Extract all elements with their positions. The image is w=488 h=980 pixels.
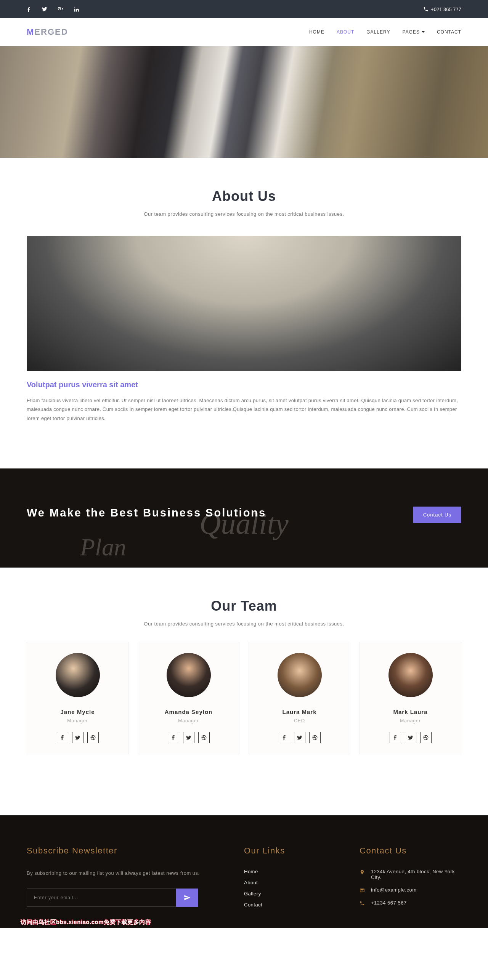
top-phone: +021 365 777 bbox=[423, 6, 461, 12]
top-bar: +021 365 777 bbox=[0, 0, 488, 18]
twitter-icon[interactable] bbox=[72, 732, 83, 743]
watermark: 访问由鸟社区bbs.xieniao.com免费下载更多内容 bbox=[21, 919, 151, 926]
avatar bbox=[56, 653, 100, 697]
nav-pages[interactable]: PAGES bbox=[402, 29, 424, 35]
envelope-icon bbox=[360, 888, 365, 893]
cta-band: We Make the Best Business Solutions Cont… bbox=[0, 468, 488, 568]
footer-link-contact[interactable]: Contact bbox=[244, 902, 346, 908]
team-social bbox=[254, 732, 345, 743]
team-subtitle: Our team provides consulting services fo… bbox=[27, 621, 461, 627]
dribbble-icon[interactable] bbox=[87, 732, 99, 743]
logo[interactable]: MERGED bbox=[27, 27, 68, 37]
team-name: Jane Mycle bbox=[32, 709, 124, 715]
about-subtitle: Our team provides consulting services fo… bbox=[27, 211, 461, 217]
avatar bbox=[278, 653, 322, 697]
footer-contact: Contact Us 1234k Avenue, 4th block, New … bbox=[360, 846, 461, 913]
nav-home[interactable]: HOME bbox=[309, 29, 324, 35]
team-social bbox=[32, 732, 124, 743]
contact-us-button[interactable]: Contact Us bbox=[413, 507, 461, 523]
contact-phone: +1234 567 567 bbox=[371, 900, 407, 906]
hero-banner bbox=[0, 46, 488, 158]
phone-icon bbox=[423, 6, 429, 12]
facebook-icon[interactable] bbox=[168, 732, 179, 743]
footer-link-gallery[interactable]: Gallery bbox=[244, 891, 346, 897]
chevron-down-icon bbox=[422, 31, 425, 33]
about-image bbox=[27, 236, 461, 371]
dribbble-icon[interactable] bbox=[198, 732, 210, 743]
footer-link-about[interactable]: About bbox=[244, 880, 346, 885]
nav-gallery[interactable]: GALLERY bbox=[366, 29, 390, 35]
twitter-icon[interactable] bbox=[42, 6, 47, 12]
team-role: CEO bbox=[254, 718, 345, 723]
nav-about[interactable]: ABOUT bbox=[337, 29, 354, 35]
about-title: About Us bbox=[27, 188, 461, 204]
twitter-icon[interactable] bbox=[294, 732, 305, 743]
about-headline: Volutpat purus viverra sit amet bbox=[27, 380, 461, 389]
footer-links: Our Links Home About Gallery Contact bbox=[244, 846, 346, 913]
about-body: Etiam faucibus viverra libero vel effici… bbox=[27, 396, 461, 423]
avatar bbox=[167, 653, 211, 697]
twitter-icon[interactable] bbox=[405, 732, 416, 743]
newsletter-title: Subscribe Newsletter bbox=[27, 846, 230, 856]
about-section: About Us Our team provides consulting se… bbox=[0, 158, 488, 446]
dribbble-icon[interactable] bbox=[309, 732, 321, 743]
team-card: Laura Mark CEO bbox=[249, 642, 350, 754]
main-nav: MERGED HOME ABOUT GALLERY PAGES CONTACT bbox=[0, 18, 488, 46]
team-name: Mark Laura bbox=[364, 709, 456, 715]
twitter-icon[interactable] bbox=[183, 732, 194, 743]
contact-title: Contact Us bbox=[360, 846, 461, 856]
footer-newsletter: Subscribe Newsletter By subscribing to o… bbox=[27, 846, 230, 913]
top-social bbox=[27, 6, 88, 13]
contact-email-row: info@example.com bbox=[360, 887, 461, 893]
team-card: Amanda Seylon Manager bbox=[138, 642, 239, 754]
team-role: Manager bbox=[143, 718, 234, 723]
team-section: Our Team Our team provides consulting se… bbox=[0, 568, 488, 777]
contact-address: 1234k Avenue, 4th block, New York City. bbox=[371, 869, 461, 880]
team-card: Jane Mycle Manager bbox=[27, 642, 128, 754]
facebook-icon[interactable] bbox=[27, 7, 31, 12]
team-name: Laura Mark bbox=[254, 709, 345, 715]
footer: Subscribe Newsletter By subscribing to o… bbox=[0, 815, 488, 928]
facebook-icon[interactable] bbox=[279, 732, 290, 743]
contact-address-row: 1234k Avenue, 4th block, New York City. bbox=[360, 869, 461, 880]
phone-number: +021 365 777 bbox=[431, 6, 461, 12]
nav-links: HOME ABOUT GALLERY PAGES CONTACT bbox=[309, 29, 461, 35]
team-role: Manager bbox=[32, 718, 124, 723]
contact-email: info@example.com bbox=[371, 887, 416, 893]
phone-icon bbox=[360, 901, 365, 906]
team-card: Mark Laura Manager bbox=[360, 642, 461, 754]
cta-title: We Make the Best Business Solutions bbox=[27, 507, 266, 519]
subscribe-button[interactable] bbox=[176, 889, 198, 907]
team-name: Amanda Seylon bbox=[143, 709, 234, 715]
google-plus-icon[interactable] bbox=[58, 6, 64, 12]
team-grid: Jane Mycle Manager Amanda Seylon Manager bbox=[27, 642, 461, 754]
team-title: Our Team bbox=[27, 598, 461, 614]
newsletter-form bbox=[27, 889, 198, 907]
links-title: Our Links bbox=[244, 846, 346, 856]
linkedin-icon[interactable] bbox=[74, 7, 79, 12]
pin-icon bbox=[360, 869, 365, 875]
footer-link-home[interactable]: Home bbox=[244, 869, 346, 874]
avatar bbox=[388, 653, 433, 697]
email-field[interactable] bbox=[27, 889, 176, 907]
newsletter-sub: By subscribing to our mailing list you w… bbox=[27, 869, 230, 877]
facebook-icon[interactable] bbox=[390, 732, 401, 743]
contact-phone-row: +1234 567 567 bbox=[360, 900, 461, 906]
team-social bbox=[364, 732, 456, 743]
dribbble-icon[interactable] bbox=[420, 732, 432, 743]
team-social bbox=[143, 732, 234, 743]
facebook-icon[interactable] bbox=[57, 732, 68, 743]
nav-contact[interactable]: CONTACT bbox=[437, 29, 461, 35]
team-role: Manager bbox=[364, 718, 456, 723]
